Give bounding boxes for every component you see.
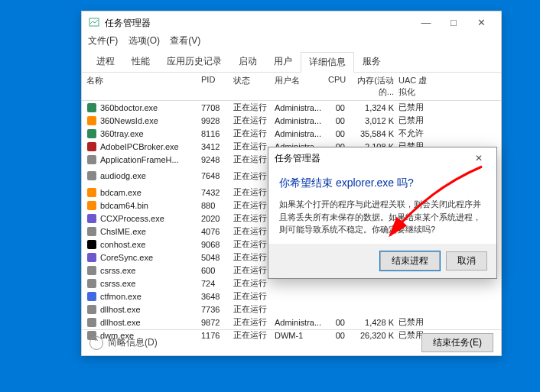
svg-rect-17 <box>87 318 96 327</box>
col-user[interactable]: 用户名 <box>275 75 328 98</box>
tab-processes[interactable]: 进程 <box>88 51 123 72</box>
tab-services[interactable]: 服务 <box>354 51 389 72</box>
process-name: 360bdoctor.exe <box>100 103 158 112</box>
process-mem: 1,428 K <box>350 318 398 327</box>
col-cpu[interactable]: CPU <box>328 75 350 98</box>
table-row[interactable]: dllhost.exe9872正在运行Administra...001,428 … <box>82 316 501 329</box>
table-row[interactable]: 360tray.exe8116正在运行Administra...0035,584… <box>82 127 501 140</box>
process-name: ctfmon.exe <box>100 292 142 301</box>
dialog-close-icon[interactable]: ✕ <box>467 153 490 164</box>
process-pid: 3412 <box>201 142 233 151</box>
process-icon <box>86 200 97 211</box>
tab-startup[interactable]: 启动 <box>230 51 265 72</box>
process-cpu: 00 <box>328 129 350 138</box>
menu-view[interactable]: 查看(V) <box>170 35 200 46</box>
app-icon <box>88 17 100 29</box>
svg-rect-14 <box>87 279 96 288</box>
process-icon <box>86 252 97 263</box>
window-title: 任务管理器 <box>105 17 412 30</box>
svg-rect-15 <box>87 292 96 301</box>
process-name: 360tray.exe <box>100 129 144 138</box>
process-user: Administra... <box>275 116 328 125</box>
menu-file[interactable]: 文件(F) <box>88 35 118 46</box>
minimize-button[interactable]: — <box>412 12 440 34</box>
process-pid: 724 <box>201 279 233 288</box>
process-status: 正在运行 <box>233 277 275 289</box>
process-pid: 2020 <box>201 214 233 223</box>
svg-rect-6 <box>87 171 96 180</box>
process-name: bdcam.exe <box>100 188 142 197</box>
tabs: 进程 性能 应用历史记录 启动 用户 详细信息 服务 <box>82 51 501 73</box>
process-status: 正在运行 <box>233 128 275 139</box>
process-icon <box>86 141 97 152</box>
process-user: Administra... <box>275 129 328 138</box>
table-row[interactable]: 360NewsId.exe9928正在运行Administra...003,01… <box>82 114 501 127</box>
process-name: audiodg.exe <box>100 171 146 180</box>
table-row[interactable]: ctfmon.exe3648正在运行 <box>82 290 501 303</box>
process-cpu: 00 <box>328 103 350 112</box>
process-pid: 9928 <box>201 116 233 125</box>
process-uac: 已禁用 <box>398 316 431 328</box>
process-pid: 600 <box>201 266 233 275</box>
process-pid: 9068 <box>201 240 233 249</box>
table-row[interactable]: csrss.exe724正在运行 <box>82 277 501 290</box>
fewer-details-button[interactable]: ˄ 简略信息(D) <box>89 336 158 350</box>
tab-history[interactable]: 应用历史记录 <box>158 51 230 72</box>
process-status: 正在运行 <box>233 102 275 113</box>
process-name: CoreSync.exe <box>100 253 153 262</box>
close-button[interactable]: ✕ <box>467 12 495 34</box>
tab-users[interactable]: 用户 <box>265 51 301 72</box>
process-icon <box>86 278 97 289</box>
svg-rect-1 <box>87 103 96 112</box>
svg-rect-3 <box>87 129 96 138</box>
process-pid: 7708 <box>201 103 233 112</box>
titlebar[interactable]: 任务管理器 — □ ✕ <box>82 11 501 34</box>
svg-rect-7 <box>87 188 96 197</box>
svg-rect-12 <box>87 253 96 262</box>
process-mem: 3,012 K <box>350 116 398 125</box>
process-uac: 已禁用 <box>398 115 431 126</box>
process-name: conhost.exe <box>100 240 145 249</box>
confirm-dialog: 任务管理器 ✕ 你希望结束 explorer.exe 吗? 如果某个打开的程序与… <box>268 147 497 279</box>
process-name: csrss.exe <box>100 266 135 275</box>
table-row[interactable]: dllhost.exe7736正在运行 <box>82 303 501 316</box>
svg-rect-11 <box>87 240 96 249</box>
process-status: 正在运行 <box>233 303 275 315</box>
col-name[interactable]: 名称 <box>86 75 201 98</box>
process-status: 正在运行 <box>233 290 275 302</box>
tab-details[interactable]: 详细信息 <box>301 52 354 73</box>
svg-rect-10 <box>87 227 96 236</box>
dialog-titlebar[interactable]: 任务管理器 ✕ <box>268 147 496 169</box>
table-row[interactable]: 360bdoctor.exe7708正在运行Administra...001,3… <box>82 101 501 114</box>
svg-rect-5 <box>87 155 96 164</box>
tab-performance[interactable]: 性能 <box>123 51 158 72</box>
col-pid[interactable]: PID <box>201 75 233 98</box>
process-status: 正在运行 <box>233 316 275 328</box>
dialog-question: 你希望结束 explorer.exe 吗? <box>279 177 486 190</box>
process-icon <box>86 213 97 224</box>
process-pid: 3648 <box>201 292 233 301</box>
process-icon <box>86 226 97 237</box>
process-name: ApplicationFrameH... <box>100 155 179 164</box>
process-name: bdcam64.bin <box>100 201 148 210</box>
process-pid: 8116 <box>201 129 233 138</box>
footer: ˄ 简略信息(D) 结束任务(E) <box>82 329 501 355</box>
maximize-button[interactable]: □ <box>440 12 467 34</box>
end-task-button[interactable]: 结束任务(E) <box>421 333 493 352</box>
process-user: Administra... <box>275 318 328 327</box>
col-mem[interactable]: 内存(活动的... <box>350 75 398 98</box>
process-icon <box>86 317 97 328</box>
process-user: Administra... <box>275 103 328 112</box>
process-icon <box>86 304 97 315</box>
col-uac[interactable]: UAC 虚拟化 <box>398 75 431 98</box>
svg-rect-8 <box>87 201 96 210</box>
process-uac: 不允许 <box>398 128 431 139</box>
process-pid: 4076 <box>201 227 233 236</box>
cancel-button[interactable]: 取消 <box>446 251 487 271</box>
process-name: dllhost.exe <box>100 318 141 327</box>
menu-options[interactable]: 选项(O) <box>128 35 160 46</box>
end-process-button[interactable]: 结束进程 <box>380 251 440 271</box>
col-status[interactable]: 状态 <box>233 75 275 98</box>
process-icon <box>86 102 97 113</box>
process-icon <box>86 170 97 181</box>
